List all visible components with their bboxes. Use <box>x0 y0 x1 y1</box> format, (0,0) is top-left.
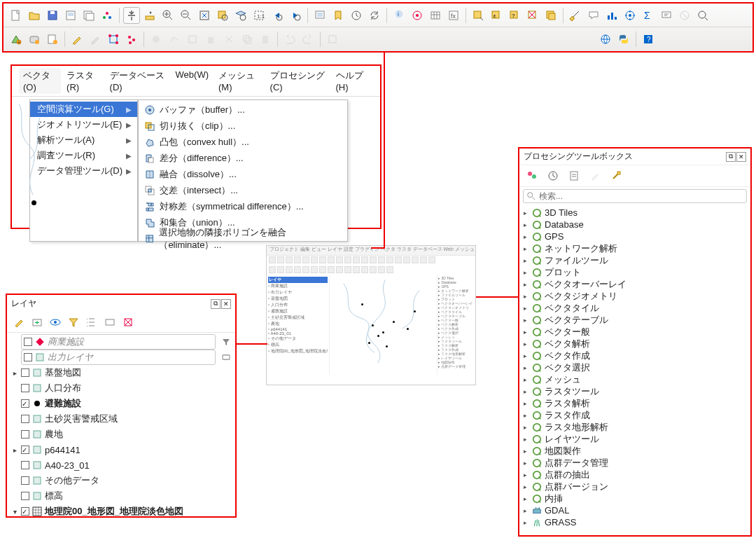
temporal-icon[interactable] <box>348 7 365 24</box>
tree-toggle-icon[interactable]: ▸ <box>524 483 529 490</box>
save-icon[interactable] <box>44 7 61 24</box>
checkbox[interactable] <box>21 446 29 454</box>
menu-database[interactable]: データベース(D) <box>106 68 170 94</box>
tree-toggle-icon[interactable]: ▸ <box>524 209 529 216</box>
processing-group[interactable]: ▸GRASS <box>522 516 748 528</box>
new-shapefile-icon[interactable] <box>44 31 61 48</box>
tree-toggle-icon[interactable]: ▸ <box>524 460 529 467</box>
digitize-shape-icon[interactable] <box>105 31 122 48</box>
layer-row[interactable]: 人口分布 <box>10 380 232 396</box>
undock-icon[interactable]: ⧉ <box>726 152 736 162</box>
tree-toggle-icon[interactable]: ▸ <box>524 257 529 264</box>
select-value-icon[interactable]: ε <box>488 7 505 24</box>
processing-group[interactable]: ▸ベクタオーバーレイ <box>522 278 748 290</box>
layer-row[interactable]: 土砂災害警戒区域 <box>10 411 232 427</box>
undock-icon[interactable]: ⧉ <box>211 299 220 309</box>
layer-row[interactable]: A40-23_01 <box>10 457 232 473</box>
layer-row[interactable]: 商業施設 <box>10 334 232 350</box>
deselect-icon[interactable] <box>524 7 541 24</box>
processing-group[interactable]: ▸点群バージョン <box>522 481 748 492</box>
processing-group[interactable]: ▸ラスタ作成 <box>522 409 748 421</box>
layout-manager-icon[interactable] <box>80 7 97 24</box>
history-icon[interactable] <box>545 167 561 184</box>
submenu-difference[interactable]: 差分（difference）... <box>139 150 347 166</box>
checkbox[interactable] <box>21 430 29 439</box>
open-table-icon[interactable] <box>427 7 444 24</box>
select-all-icon[interactable] <box>542 7 559 24</box>
results-icon[interactable] <box>566 167 582 184</box>
tree-toggle-icon[interactable]: ▸ <box>524 281 529 288</box>
processing-group[interactable]: ▸ベクター般 <box>522 326 748 338</box>
checkbox[interactable] <box>21 461 29 469</box>
new-bookmark-icon[interactable] <box>330 7 346 24</box>
identify-icon[interactable]: i <box>391 7 407 24</box>
model-designer-icon[interactable] <box>524 167 540 184</box>
processing-group[interactable]: ▸ベクタ選択 <box>522 361 748 373</box>
tree-toggle-icon[interactable]: ▸ <box>524 448 529 455</box>
expand-all-icon[interactable] <box>84 315 99 330</box>
stats-icon[interactable] <box>603 7 620 24</box>
layer-row[interactable]: ▸ p644141 <box>10 442 232 457</box>
menu-vector[interactable]: ベクタ(O) <box>19 68 61 94</box>
tree-toggle-icon[interactable]: ▸ <box>524 436 529 443</box>
help-icon[interactable]: ? <box>640 31 657 48</box>
checkbox[interactable] <box>21 507 29 516</box>
processing-group[interactable]: ▸ベクタ解析 <box>522 338 748 350</box>
processing-group[interactable]: ▸ベクタタイル <box>522 302 748 314</box>
zoom-native-icon[interactable]: 1:1 <box>251 7 267 24</box>
tree-toggle-icon[interactable]: ▸ <box>524 352 529 359</box>
processing-group[interactable]: ▸Database <box>522 219 748 230</box>
submenu-buffer[interactable]: バッファ（buffer）... <box>139 102 347 118</box>
checkbox[interactable] <box>21 415 29 423</box>
processing-group[interactable]: ▸内挿 <box>522 492 748 504</box>
layer-row[interactable]: 標高 <box>10 488 232 504</box>
processing-group[interactable]: ▸ベクタ作成 <box>522 350 748 361</box>
tree-toggle-icon[interactable]: ▸ <box>11 369 18 377</box>
processing-group[interactable]: ▸GPS <box>522 230 748 242</box>
checkbox[interactable] <box>21 492 29 500</box>
zoom-full-icon[interactable] <box>196 7 213 24</box>
processing-group[interactable]: ▸3D Tiles <box>522 207 748 219</box>
new-map-view-icon[interactable] <box>312 7 328 24</box>
manage-visibility-icon[interactable] <box>48 315 63 330</box>
new-print-layout-icon[interactable] <box>62 7 79 24</box>
processing-group[interactable]: ▸ラスタ解析 <box>522 397 748 409</box>
tree-toggle-icon[interactable]: ▸ <box>524 305 529 312</box>
zoom-layer-icon[interactable] <box>232 7 249 24</box>
processing-group[interactable]: ▸地図製作 <box>522 445 748 457</box>
sum-icon[interactable]: Σ <box>640 7 657 24</box>
menu-raster[interactable]: ラスタ(R) <box>62 68 104 94</box>
tree-toggle-icon[interactable]: ▸ <box>524 317 529 324</box>
processing-group[interactable]: ▸レイヤツール <box>522 433 748 445</box>
tree-toggle-icon[interactable]: ▸ <box>524 519 529 526</box>
map-tips-icon[interactable] <box>585 7 602 24</box>
refresh-icon[interactable] <box>366 7 383 24</box>
filter-icon[interactable] <box>221 337 231 347</box>
collapse-all-icon[interactable] <box>102 315 118 330</box>
add-group-icon[interactable] <box>29 315 45 330</box>
open-project-icon[interactable] <box>26 7 43 24</box>
tree-toggle-icon[interactable]: ▾ <box>11 508 18 516</box>
processing-group[interactable]: ▸GDAL <box>522 504 748 516</box>
processing-group[interactable]: ▸点群の抽出 <box>522 469 748 481</box>
menu-web[interactable]: Web(W) <box>172 68 213 94</box>
menu-help[interactable]: ヘルプ(H) <box>332 68 374 94</box>
processing-group[interactable]: ▸ベクタジオメトリ <box>522 290 748 302</box>
processing-group[interactable]: ▸ネットワーク解析 <box>522 242 748 254</box>
layer-row[interactable]: ▸ 基盤地図 <box>10 365 232 380</box>
tree-toggle-icon[interactable]: ▸ <box>524 412 529 419</box>
checkbox[interactable] <box>21 399 29 408</box>
options-icon[interactable] <box>608 167 624 184</box>
processing-group[interactable]: ▸ラスタツール <box>522 385 748 397</box>
layer-styling-icon[interactable] <box>11 315 27 330</box>
layer-row[interactable]: 出力レイヤ <box>10 350 232 365</box>
tree-toggle-icon[interactable]: ▸ <box>524 388 529 395</box>
tree-toggle-icon[interactable]: ▸ <box>524 495 529 502</box>
annotations-icon[interactable] <box>658 7 675 24</box>
tree-toggle-icon[interactable]: ▸ <box>524 340 529 347</box>
processing-group[interactable]: ▸ラスタ地形解析 <box>522 421 748 433</box>
python-icon[interactable] <box>615 31 632 48</box>
zoom-in-icon[interactable] <box>160 7 176 24</box>
tree-toggle-icon[interactable]: ▸ <box>524 507 529 514</box>
field-calc-icon[interactable]: fx <box>445 7 462 24</box>
